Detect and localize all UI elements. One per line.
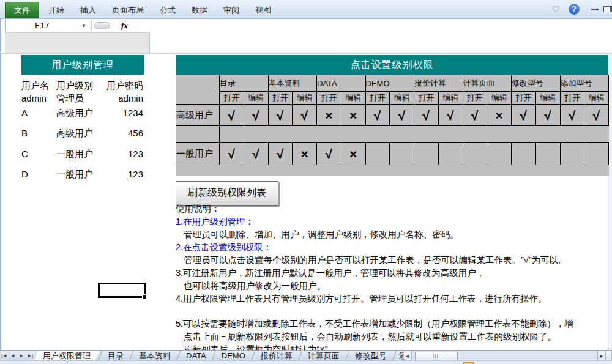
perm-cell-r1-c5[interactable]: × — [341, 143, 365, 165]
perm-cell-r1-c1[interactable]: √ — [244, 143, 268, 165]
ribbon-tab-1[interactable]: 开始 — [42, 2, 71, 18]
perm-cell-r0-c5[interactable]: × — [341, 105, 365, 126]
edit-header-cell: 编辑 — [390, 92, 414, 105]
perm-cell-r1-c15[interactable] — [584, 143, 609, 165]
perm-cell-r1-c0[interactable]: √ — [220, 143, 244, 165]
user-level-cell[interactable]: 管理员 — [56, 93, 103, 105]
user-password-cell[interactable]: admin — [103, 93, 143, 105]
perm-cell-r0-c11[interactable]: × — [487, 105, 512, 126]
perm-cell-r0-c3[interactable]: √ — [293, 105, 317, 126]
name-box-value[interactable]: E17 — [6, 21, 79, 31]
permission-table-title: 点击设置级别权限 — [176, 55, 608, 75]
sheet-tab-0[interactable]: 用户权限管理 — [34, 351, 99, 361]
user-password-cell[interactable]: 123 — [103, 149, 143, 161]
minimize-button[interactable] — [588, 0, 602, 18]
sheet-column-header: DATA — [317, 75, 366, 92]
perm-cell-r0-c7[interactable]: √ — [390, 105, 414, 126]
sheet-tab-8[interactable]: 添加型号 — [395, 351, 403, 361]
edit-header-cell: 编辑 — [584, 92, 609, 105]
open-header-cell: 打开 — [268, 92, 293, 105]
hscroll-left-icon[interactable]: ◄ — [403, 351, 412, 361]
perm-cell-r0-c14[interactable]: √ — [560, 105, 584, 126]
perm-cell-r0-c1[interactable]: √ — [244, 105, 268, 126]
sheet-tab-7[interactable]: 修改型号 — [348, 351, 394, 361]
sheet-tab-6[interactable]: 计算页面 — [301, 351, 346, 361]
user-level-cell[interactable]: 高级用户 — [56, 108, 103, 120]
ribbon-tab-4[interactable]: 公式 — [153, 2, 182, 18]
sheet-tab-2[interactable]: 基本资料 — [132, 351, 177, 361]
ribbon-tab-2[interactable]: 插入 — [73, 2, 103, 18]
perm-cell-r1-c9[interactable] — [438, 143, 463, 165]
insert-function-icon[interactable]: fx — [121, 21, 128, 31]
edit-header-cell: 编辑 — [487, 92, 512, 105]
user-table-header-cell: 用户级别 — [56, 80, 103, 92]
perm-cell-r1-c14[interactable] — [560, 143, 584, 165]
perm-cell-r0-c12[interactable]: √ — [512, 105, 536, 126]
perm-cell-r1-c6[interactable] — [365, 143, 390, 165]
perm-cell-r0-c0[interactable]: √ — [220, 105, 244, 126]
user-name-cell[interactable]: admin — [21, 93, 56, 105]
open-header-cell: 打开 — [365, 92, 390, 105]
divider — [67, 362, 68, 364]
formula-bar-input[interactable] — [150, 19, 612, 53]
ribbon-tab-7[interactable]: 视图 — [248, 2, 278, 18]
perm-cell-r0-c4[interactable]: × — [317, 105, 341, 126]
user-name-cell[interactable]: A — [21, 108, 56, 120]
tab-nav-last-icon[interactable]: ►| — [26, 351, 34, 361]
sheet-tab-4[interactable]: DEMO — [215, 351, 252, 361]
chevron-down-icon[interactable]: ▼ — [79, 23, 89, 29]
perm-cell-r1-c11[interactable] — [487, 143, 512, 165]
ribbon-tab-3[interactable]: 页面布局 — [105, 2, 151, 18]
hscroll-right-icon[interactable]: ► — [597, 351, 606, 361]
sheet-tab-3[interactable]: DATA — [179, 351, 213, 361]
user-name-cell[interactable]: B — [21, 128, 56, 140]
perm-cell-r0-c2[interactable]: √ — [268, 105, 293, 126]
user-table-header-cell: 用户名 — [21, 80, 56, 92]
tab-nav-prev-icon[interactable]: ◄ — [9, 351, 17, 361]
perm-cell-r0-c13[interactable]: √ — [536, 105, 560, 126]
user-password-cell[interactable]: 123 — [103, 169, 143, 181]
user-level-cell[interactable]: 高级用户 — [56, 128, 103, 140]
sheet-tab-bar: |◄ ◄ ► ►| 用户权限管理目录基本资料DATADEMO报价计算计算页面修改… — [0, 350, 612, 361]
perm-cell-r1-c10[interactable] — [463, 143, 487, 165]
instruction-line-7: 4.用户权限管理工作表只有管理员级别方可打开。管理员可以打开任何工作表，进行所有… — [176, 292, 611, 305]
tab-nav-next-icon[interactable]: ► — [17, 351, 26, 361]
fill-handle[interactable] — [142, 294, 147, 299]
sheet-tab-1[interactable]: 目录 — [101, 351, 130, 361]
help-icon[interactable]: ? — [569, 4, 580, 15]
user-password-cell[interactable]: 1234 — [103, 108, 143, 120]
perm-cell-r0-c10[interactable]: √ — [463, 105, 487, 126]
perm-cell-r1-c2[interactable]: √ — [268, 143, 293, 165]
perm-cell-r0-c15[interactable]: √ — [584, 105, 609, 126]
sheet-column-header: 目录 — [220, 75, 269, 92]
perm-cell-r1-c13[interactable] — [536, 143, 560, 165]
user-name-cell[interactable]: C — [21, 149, 56, 161]
tab-nav-first-icon[interactable]: |◄ — [0, 351, 9, 361]
h-scrollbar-thumb[interactable] — [415, 352, 458, 361]
ribbon-tab-bar: 文件开始插入页面布局公式数据审阅视图 — [0, 0, 612, 19]
perm-cell-r1-c7[interactable] — [390, 143, 414, 165]
user-row: A高级用户1234 — [21, 108, 143, 120]
perm-cell-r0-c6[interactable]: √ — [365, 105, 390, 126]
perm-cell-r0-c9[interactable]: √ — [438, 105, 463, 126]
refresh-permission-list-button[interactable]: 刷新级别权限列表 — [176, 181, 278, 206]
perm-cell-r1-c12[interactable] — [512, 143, 536, 165]
scrollbar-split-handle[interactable] — [606, 351, 612, 361]
user-name-cell[interactable]: D — [21, 169, 56, 181]
user-table-header-cell: 用户密码 — [103, 80, 143, 92]
horizontal-scrollbar[interactable] — [412, 351, 597, 361]
sheet-tab-5[interactable]: 报价计算 — [254, 351, 299, 361]
user-level-cell[interactable]: 一般用户 — [56, 169, 103, 181]
perm-cell-r1-c3[interactable]: × — [293, 143, 317, 165]
ribbon-tab-6[interactable]: 审阅 — [217, 2, 246, 18]
name-box[interactable]: E17 ▼ fx — [5, 19, 151, 33]
user-password-cell[interactable]: 456 — [103, 128, 143, 140]
formula-bar-collapse-handle[interactable] — [94, 22, 110, 29]
perm-cell-r0-c8[interactable]: √ — [414, 105, 439, 126]
favorite-icon[interactable]: ♡ — [548, 0, 563, 18]
ribbon-tab-0[interactable]: 文件 — [5, 2, 39, 18]
ribbon-tab-5[interactable]: 数据 — [185, 2, 214, 18]
user-level-cell[interactable]: 一般用户 — [56, 149, 103, 161]
perm-cell-r1-c4[interactable]: √ — [317, 143, 341, 165]
perm-cell-r1-c8[interactable] — [414, 143, 439, 165]
